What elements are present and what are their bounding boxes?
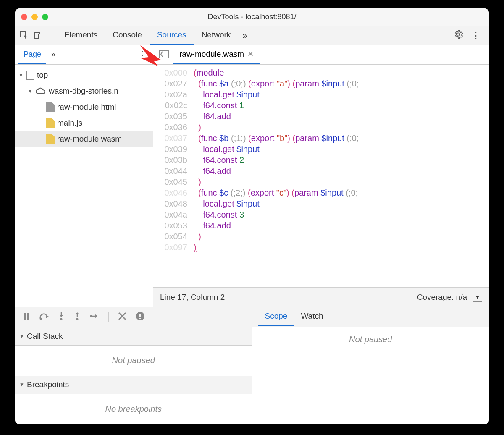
editor-tab-raw-module-wasm[interactable]: raw-module.wasm ✕: [173, 45, 260, 64]
svg-point-6: [40, 317, 42, 320]
tab-sources[interactable]: Sources: [150, 26, 194, 45]
debug-toolbar: [15, 307, 252, 327]
tab-network[interactable]: Network: [194, 26, 239, 45]
kebab-menu-icon[interactable]: ⋮: [467, 30, 485, 41]
file-raw-module-wasm[interactable]: raw-module.wasm: [15, 131, 153, 147]
svg-point-8: [76, 318, 79, 320]
gear-icon[interactable]: [449, 30, 467, 42]
svg-point-7: [60, 318, 63, 320]
source-code[interactable]: (module (func $a (;0;) (export "a") (par…: [191, 65, 359, 287]
file-main-js[interactable]: main.js: [15, 115, 153, 131]
call-stack-body: Not paused: [15, 346, 252, 376]
editor-pane: raw-module.wasm ✕ 0x000 0x027 0x02a 0x02…: [153, 45, 489, 307]
file-raw-module-html[interactable]: raw-module.html: [15, 99, 153, 115]
more-sources-tabs-icon[interactable]: »: [46, 46, 60, 64]
sources-sidebar: Page » ⋮ ▼ top ▼ wasm-dbg-stories.n raw-…: [15, 45, 153, 307]
minimize-window-button[interactable]: [32, 14, 38, 20]
step-out-icon[interactable]: [74, 312, 81, 322]
debugger-pane: ▼Call Stack Not paused ▼Breakpoints No b…: [15, 307, 489, 424]
devtools-window: DevTools - localhost:8081/ Elements Cons…: [15, 8, 489, 424]
close-window-button[interactable]: [21, 14, 27, 20]
svg-rect-2: [39, 34, 42, 39]
step-icon[interactable]: [90, 313, 99, 321]
tree-top-frame[interactable]: ▼ top: [15, 67, 153, 83]
toggle-navigator-icon[interactable]: [155, 50, 173, 60]
editor-status-bar: Line 17, Column 2 Coverage: n/a ▼: [153, 287, 489, 307]
svg-rect-5: [27, 313, 29, 320]
breakpoints-header[interactable]: ▼Breakpoints: [15, 376, 252, 394]
call-stack-header[interactable]: ▼Call Stack: [15, 327, 252, 346]
tab-elements[interactable]: Elements: [57, 26, 105, 45]
tab-console[interactable]: Console: [105, 26, 150, 45]
scope-body: Not paused: [252, 327, 489, 424]
close-tab-icon[interactable]: ✕: [247, 50, 254, 59]
inspect-icon[interactable]: [19, 31, 29, 41]
zoom-window-button[interactable]: [42, 14, 48, 20]
gutter[interactable]: 0x000 0x027 0x02a 0x02c 0x035 0x036 0x03…: [153, 65, 191, 287]
svg-rect-11: [139, 318, 141, 319]
pause-on-exceptions-icon[interactable]: [136, 312, 145, 322]
deactivate-breakpoints-icon[interactable]: [118, 312, 126, 322]
svg-point-9: [90, 315, 92, 317]
device-toolbar-icon[interactable]: [34, 31, 44, 41]
scope-tab[interactable]: Scope: [258, 307, 294, 326]
sidebar-menu-icon[interactable]: ⋮: [132, 50, 153, 60]
step-into-icon[interactable]: [58, 312, 65, 322]
coverage-reload-icon[interactable]: ▼: [473, 293, 482, 302]
watch-tab[interactable]: Watch: [294, 307, 330, 326]
pause-icon[interactable]: [23, 312, 30, 322]
devtools-tabstrip: Elements Console Sources Network » ⋮: [15, 26, 489, 45]
window-title: DevTools - localhost:8081/: [207, 13, 296, 21]
page-tab[interactable]: Page: [18, 46, 46, 64]
svg-rect-4: [24, 313, 26, 320]
tree-host[interactable]: ▼ wasm-dbg-stories.n: [15, 83, 153, 99]
cursor-position: Line 17, Column 2: [160, 293, 225, 302]
file-tree: ▼ top ▼ wasm-dbg-stories.n raw-module.ht…: [15, 65, 153, 307]
step-over-icon[interactable]: [39, 312, 49, 322]
titlebar: DevTools - localhost:8081/: [15, 8, 489, 26]
breakpoints-body: No breakpoints: [15, 394, 252, 425]
coverage-status: Coverage: n/a: [417, 293, 467, 302]
more-tabs-icon[interactable]: »: [238, 31, 251, 40]
svg-rect-10: [139, 314, 141, 317]
